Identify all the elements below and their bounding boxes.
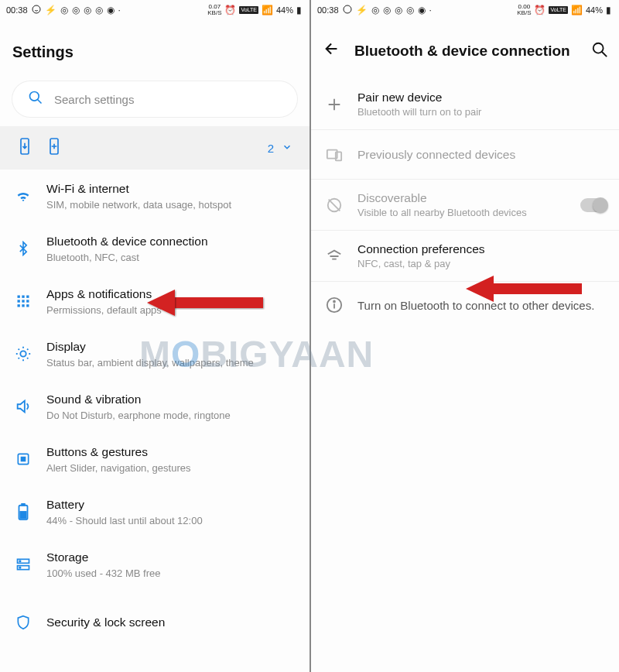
bluetooth-icon <box>14 239 32 258</box>
svg-point-22 <box>19 567 21 568</box>
instagram-icon: ◎ <box>383 5 391 15</box>
settings-item-wifi[interactable]: Wi-Fi & internet SIM, mobile network, da… <box>0 170 310 222</box>
item-title: Display <box>46 339 297 355</box>
status-time: 00:38 <box>317 5 339 15</box>
security-icon <box>14 613 32 632</box>
discoverable-icon <box>325 196 344 214</box>
svg-point-25 <box>344 5 351 13</box>
item-subtitle: Visible to all nearby Bluetooth devices <box>357 207 566 218</box>
settings-item-buttons[interactable]: Buttons & gestures Alert Slider, navigat… <box>0 433 310 485</box>
bt-item-discoverable[interactable]: Discoverable Visible to all nearby Bluet… <box>311 180 619 231</box>
wifi-icon <box>14 187 32 205</box>
settings-item-storage[interactable]: Storage 100% used - 432 MB free <box>0 538 310 591</box>
svg-rect-7 <box>26 296 29 298</box>
suggestion-bar[interactable]: 2 <box>0 126 310 170</box>
volte-badge: VoLTE <box>239 6 258 14</box>
svg-rect-13 <box>26 304 29 307</box>
item-subtitle: Permissions, default apps <box>46 303 297 317</box>
settings-item-bluetooth[interactable]: Bluetooth & device connection Bluetooth,… <box>0 222 310 275</box>
item-title: Security & lock screen <box>46 615 297 630</box>
item-title: Apps & notifications <box>46 286 297 302</box>
devices-icon <box>325 146 344 164</box>
svg-rect-8 <box>18 300 20 302</box>
data-speed: 0.00KB/S <box>517 4 531 16</box>
item-title: Buttons & gestures <box>46 444 297 460</box>
item-subtitle: Bluetooth, NFC, cast <box>46 251 297 264</box>
battery-plus-icon <box>46 136 62 159</box>
item-subtitle: Alert Slider, navigation, gestures <box>46 461 297 475</box>
item-title: Previously connected devices <box>357 148 607 162</box>
settings-item-display[interactable]: Display Status bar, ambient display, wal… <box>0 327 310 380</box>
signal-icon: 📶 <box>262 5 273 15</box>
settings-item-security[interactable]: Security & lock screen <box>0 591 310 643</box>
status-bar-right: 00:38 ⚡ ◎ ◎ ◎ ◎ ◉ · 0.00KB/S ⏰ VoLTE 📶 4… <box>311 0 619 20</box>
item-subtitle: NFC, cast, tap & pay <box>357 258 607 269</box>
data-speed: 0.07KB/S <box>207 4 221 16</box>
discoverable-toggle[interactable] <box>580 198 607 212</box>
svg-point-14 <box>20 351 26 356</box>
charging-icon: ⚡ <box>45 5 56 15</box>
svg-rect-17 <box>22 504 25 506</box>
battery-icon: ▮ <box>606 5 611 15</box>
svg-rect-6 <box>22 296 24 298</box>
bt-item-pair-new[interactable]: Pair new device Bluetooth will turn on t… <box>311 79 619 130</box>
item-title: Wi-Fi & internet <box>46 181 297 197</box>
battery-icon <box>14 502 32 521</box>
battery-percent: 44% <box>586 5 603 15</box>
settings-item-sound[interactable]: Sound & vibration Do Not Disturb, earpho… <box>0 380 310 433</box>
storage-icon <box>14 555 32 574</box>
alarm-icon: ⏰ <box>224 5 236 15</box>
more-icon: · <box>429 5 432 15</box>
charging-icon: ⚡ <box>356 5 368 15</box>
search-placeholder: Search settings <box>54 93 134 106</box>
svg-rect-9 <box>22 300 24 302</box>
download-update-icon <box>17 136 32 159</box>
notification-dot-icon: ◉ <box>418 5 426 15</box>
instagram-icon: ◎ <box>72 5 80 15</box>
bluetooth-info: Turn on Bluetooth to connect to other de… <box>311 282 619 328</box>
search-button[interactable] <box>591 41 608 61</box>
search-icon <box>28 90 43 108</box>
item-subtitle: 100% used - 432 MB free <box>46 567 297 580</box>
info-text: Turn on Bluetooth to connect to other de… <box>357 299 594 312</box>
item-title: Connection preferences <box>357 242 607 256</box>
svg-point-1 <box>30 92 39 101</box>
signal-icon: 📶 <box>571 5 583 15</box>
whatsapp-icon <box>32 5 41 16</box>
svg-rect-18 <box>20 512 26 518</box>
settings-panel: 00:38 ⚡ ◎ ◎ ◎ ◎ ◉ · 0.07KB/S ⏰ VoLTE 📶 4… <box>0 0 310 672</box>
battery-icon: ▮ <box>296 5 302 15</box>
display-icon <box>14 345 32 363</box>
volte-badge: VoLTE <box>549 6 568 14</box>
item-title: Storage <box>46 550 297 565</box>
svg-rect-10 <box>26 300 29 302</box>
whatsapp-icon <box>343 5 352 16</box>
instagram-icon: ◎ <box>406 5 414 15</box>
instagram-icon: ◎ <box>395 5 402 15</box>
alarm-icon: ⏰ <box>534 5 545 15</box>
svg-rect-11 <box>18 304 20 307</box>
battery-percent: 44% <box>276 5 293 15</box>
bt-item-connection-prefs[interactable]: Connection preferences NFC, cast, tap & … <box>311 231 619 282</box>
item-subtitle: 44% - Should last until about 12:00 <box>46 514 297 527</box>
page-title: Bluetooth & device connection <box>354 43 577 60</box>
more-icon: · <box>118 5 121 15</box>
bt-item-previous-devices[interactable]: Previously connected devices <box>311 130 619 180</box>
search-settings[interactable]: Search settings <box>12 81 297 117</box>
svg-rect-12 <box>22 304 24 307</box>
instagram-icon: ◎ <box>84 5 91 15</box>
settings-item-apps[interactable]: Apps & notifications Permissions, defaul… <box>0 275 310 327</box>
item-title: Discoverable <box>357 191 566 205</box>
svg-point-33 <box>333 301 335 303</box>
settings-item-battery[interactable]: Battery 44% - Should last until about 12… <box>0 485 310 538</box>
item-title: Battery <box>46 497 297 513</box>
plus-icon <box>325 95 344 114</box>
status-bar-left: 00:38 ⚡ ◎ ◎ ◎ ◎ ◉ · 0.07KB/S ⏰ VoLTE 📶 4… <box>0 0 310 20</box>
preferences-icon <box>325 247 344 266</box>
status-time: 00:38 <box>6 5 28 15</box>
chevron-down-icon <box>282 142 292 155</box>
buttons-icon <box>14 450 32 468</box>
item-title: Sound & vibration <box>46 392 297 407</box>
svg-line-2 <box>38 100 42 104</box>
back-button[interactable] <box>323 40 340 62</box>
